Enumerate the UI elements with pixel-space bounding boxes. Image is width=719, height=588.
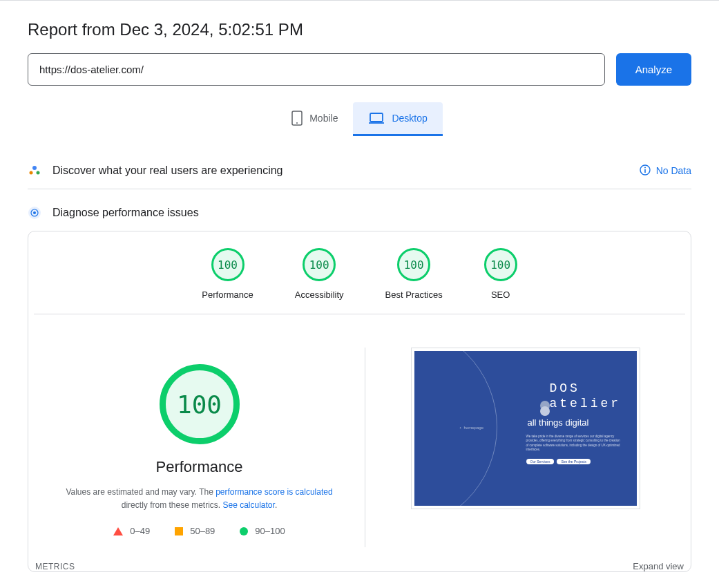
expand-view-link[interactable]: Expand view bbox=[633, 561, 684, 571]
performance-description: Values are estimated and may vary. The p… bbox=[61, 486, 338, 512]
triangle-icon bbox=[113, 527, 123, 535]
circle-icon bbox=[240, 527, 248, 535]
metrics-row: METRICS Expand view bbox=[30, 553, 689, 571]
see-calculator-link[interactable]: See calculator bbox=[222, 500, 274, 510]
tab-desktop-label: Desktop bbox=[392, 113, 427, 124]
tab-desktop[interactable]: Desktop bbox=[353, 102, 442, 136]
screenshot-panel: homepage DOS atelier all things digital … bbox=[365, 348, 685, 547]
target-icon bbox=[28, 206, 41, 220]
svg-point-4 bbox=[30, 171, 33, 175]
ss-btn-services: Our Services bbox=[526, 459, 555, 464]
label-seo: SEO bbox=[491, 290, 510, 300]
tab-mobile[interactable]: Mobile bbox=[276, 102, 353, 136]
ss-tagline: all things digital bbox=[528, 417, 623, 428]
score-seo[interactable]: 100 SEO bbox=[484, 248, 517, 300]
gauge-best-practices: 100 bbox=[397, 248, 430, 281]
ss-blurb: We take pride in the diverse range of se… bbox=[526, 435, 623, 452]
diagnose-title: Diagnose performance issues bbox=[52, 207, 199, 219]
desktop-icon bbox=[368, 112, 385, 124]
no-data-link[interactable]: No Data bbox=[640, 164, 691, 178]
score-accessibility[interactable]: 100 Accessibility bbox=[295, 248, 344, 300]
gauge-accessibility: 100 bbox=[303, 248, 336, 281]
label-best-practices: Best Practices bbox=[385, 290, 443, 300]
score-best-practices[interactable]: 100 Best Practices bbox=[385, 248, 443, 300]
device-tabs: Mobile Desktop bbox=[28, 102, 691, 136]
score-calc-link[interactable]: performance score is calculated bbox=[215, 487, 332, 497]
page-screenshot: homepage DOS atelier all things digital … bbox=[411, 348, 640, 509]
discover-title: Discover what your real users are experi… bbox=[52, 164, 282, 177]
analyze-button[interactable]: Analyze bbox=[616, 53, 691, 86]
discover-section-header: Discover what your real users are experi… bbox=[28, 153, 691, 189]
url-row: Analyze bbox=[28, 53, 691, 86]
performance-detail: 100 Performance Values are estimated and… bbox=[28, 314, 691, 553]
ss-btn-projects: See the Projects bbox=[557, 459, 591, 464]
svg-point-8 bbox=[644, 167, 646, 168]
legend-red: 0–49 bbox=[113, 526, 150, 536]
svg-point-1 bbox=[296, 122, 298, 124]
ss-homepage-label: homepage bbox=[460, 426, 483, 430]
diagnose-section-header: Diagnose performance issues bbox=[28, 189, 691, 231]
score-row: 100 Performance 100 Accessibility 100 Be… bbox=[34, 231, 685, 314]
svg-rect-7 bbox=[644, 169, 646, 173]
svg-point-5 bbox=[37, 171, 40, 175]
gauge-seo: 100 bbox=[484, 248, 517, 281]
legend-orange: 50–89 bbox=[175, 526, 215, 536]
gauge-large: 100 bbox=[160, 364, 240, 444]
score-legend: 0–49 50–89 90–100 bbox=[113, 526, 285, 536]
report-title: Report from Dec 3, 2024, 5:02:51 PM bbox=[28, 20, 691, 39]
people-icon bbox=[28, 164, 41, 178]
square-icon bbox=[175, 527, 183, 535]
ss-brand1: DOS bbox=[550, 381, 623, 395]
score-performance[interactable]: 100 Performance bbox=[202, 248, 253, 300]
label-performance: Performance bbox=[202, 290, 253, 300]
performance-heading: Performance bbox=[156, 458, 243, 476]
ss-brand2: atelier bbox=[550, 397, 623, 410]
url-input[interactable] bbox=[28, 53, 605, 86]
legend-green: 90–100 bbox=[240, 526, 285, 536]
svg-point-3 bbox=[32, 166, 37, 170]
mobile-icon bbox=[291, 111, 303, 126]
performance-summary: 100 Performance Values are estimated and… bbox=[34, 348, 365, 547]
no-data-label: No Data bbox=[656, 165, 691, 176]
report-card: 100 Performance 100 Accessibility 100 Be… bbox=[28, 231, 691, 572]
svg-rect-2 bbox=[370, 113, 383, 122]
tab-mobile-label: Mobile bbox=[309, 113, 338, 124]
metrics-label: METRICS bbox=[35, 562, 75, 571]
label-accessibility: Accessibility bbox=[295, 290, 344, 300]
svg-point-11 bbox=[33, 211, 36, 214]
info-icon bbox=[640, 164, 651, 178]
gauge-performance: 100 bbox=[211, 248, 245, 281]
